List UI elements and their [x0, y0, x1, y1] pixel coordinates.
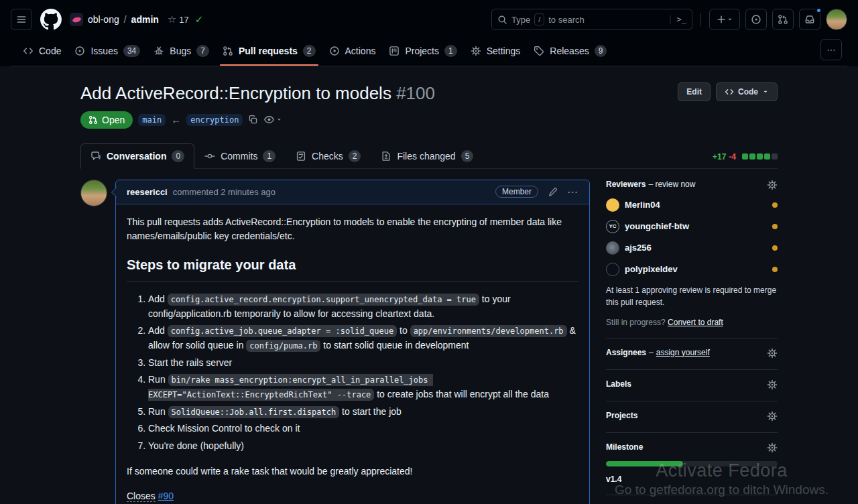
- global-search-input[interactable]: Type / to search | >_: [491, 9, 692, 30]
- caret-down-icon: [762, 88, 769, 95]
- tab-conversation[interactable]: Conversation 0: [80, 143, 194, 169]
- milestone-section: Milestone v1.4: [606, 433, 778, 495]
- tab-checks[interactable]: Checks 2: [286, 143, 371, 169]
- nav-tab-bugs[interactable]: Bugs 7: [147, 40, 216, 65]
- diff-block-neutral: [772, 153, 778, 160]
- command-palette-icon[interactable]: >_: [677, 15, 686, 24]
- review-now-link[interactable]: – review now: [648, 180, 695, 189]
- reviewers-section: Reviewers – review now Merlin04 YC young…: [606, 180, 778, 338]
- reviewer-name[interactable]: youngchief-btw: [625, 221, 689, 231]
- watch-dropdown-button[interactable]: [263, 114, 282, 125]
- reviewer-name[interactable]: polypixeldev: [625, 264, 678, 274]
- pr-title-text: Add ActiveRecord::Encryption to models: [80, 83, 391, 103]
- comment-body: This pull requests adds ActiveRecord::En…: [116, 204, 589, 504]
- github-logo-icon[interactable]: [40, 9, 62, 30]
- pull-requests-dashboard-button[interactable]: [772, 9, 794, 30]
- user-avatar[interactable]: [826, 9, 847, 30]
- gear-icon[interactable]: [767, 379, 778, 390]
- gear-icon[interactable]: [767, 442, 778, 453]
- issue-opened-icon: [751, 14, 761, 25]
- nav-tab-pull-requests[interactable]: Pull requests 2: [216, 40, 322, 65]
- caret-down-icon: [727, 16, 733, 23]
- head-branch-label[interactable]: encryption: [186, 114, 243, 126]
- nav-tab-label: Code: [39, 46, 61, 56]
- diffstat[interactable]: +17 -4: [713, 152, 778, 168]
- reviewer-avatar[interactable]: [606, 241, 619, 255]
- hamburger-menu-button[interactable]: [11, 9, 32, 30]
- sidebar: Reviewers – review now Merlin04 YC young…: [606, 180, 778, 504]
- pending-review-dot: [772, 267, 778, 272]
- reviewer-name[interactable]: Merlin04: [625, 200, 660, 210]
- pr-state-label: Open: [102, 115, 125, 125]
- play-icon: [329, 46, 340, 56]
- development-section: Development Encryption of member data: [606, 495, 778, 504]
- inline-code: config.active_job.queue_adapter = :solid…: [168, 325, 397, 337]
- base-branch-label[interactable]: main: [138, 114, 166, 126]
- reviewer-name[interactable]: ajs256: [625, 243, 652, 253]
- reviewer-avatar[interactable]: [606, 263, 619, 276]
- notification-dot: [816, 7, 822, 13]
- draft-line: Still in progress? Convert to draft: [606, 318, 778, 327]
- reviewer-row: Merlin04: [606, 198, 778, 212]
- assignees-title: Assignees: [606, 348, 646, 357]
- tab-commits[interactable]: Commits 1: [194, 143, 286, 169]
- step-text: You're done (hopefully): [148, 440, 244, 451]
- header-divider: [700, 13, 701, 26]
- nav-tab-actions[interactable]: Actions: [322, 40, 383, 64]
- inbox-icon: [804, 14, 815, 25]
- copy-branch-button[interactable]: [248, 115, 258, 125]
- step-text: Run: [148, 374, 168, 385]
- reviewer-avatar[interactable]: [606, 198, 619, 212]
- comment-author-avatar[interactable]: [80, 180, 107, 206]
- nav-tab-releases[interactable]: Releases 9: [527, 40, 613, 65]
- step-item: You're done (hopefully): [148, 439, 578, 454]
- tab-count: 1: [263, 150, 275, 162]
- pr-number: #100: [396, 83, 435, 103]
- gear-icon[interactable]: [767, 180, 778, 190]
- nav-tab-issues[interactable]: Issues 34: [68, 40, 147, 65]
- nav-tab-projects[interactable]: Projects 1: [382, 40, 463, 65]
- milestone-name-link[interactable]: v1.4: [606, 475, 778, 484]
- comment-author-link[interactable]: reesericci: [127, 187, 168, 197]
- projects-section: Projects: [606, 401, 778, 433]
- diff-additions: +17: [713, 152, 726, 162]
- comment-kebab-button[interactable]: ⋯: [567, 186, 578, 198]
- edit-button[interactable]: Edit: [678, 82, 711, 101]
- git-pull-request-icon: [223, 46, 233, 56]
- assignees-dash: –: [649, 348, 654, 357]
- diff-blocks: [741, 153, 778, 160]
- pending-review-dot: [772, 245, 778, 251]
- issues-dashboard-button[interactable]: [745, 9, 767, 30]
- ci-status-check-icon[interactable]: ✓: [195, 13, 204, 25]
- arrow-left-icon: ←: [171, 114, 181, 125]
- nav-tab-code[interactable]: Code: [16, 40, 68, 64]
- tab-count: 0: [172, 150, 184, 162]
- step-item: Add config.active_job.queue_adapter = :s…: [148, 324, 578, 353]
- nav-tab-label: Pull requests: [239, 46, 298, 56]
- closes-issue-link[interactable]: #90: [158, 491, 174, 501]
- nav-tab-count: 34: [123, 45, 140, 57]
- nav-tab-settings[interactable]: Settings: [464, 40, 528, 64]
- tab-files-changed[interactable]: Files changed 5: [371, 143, 483, 169]
- breadcrumb-org-link[interactable]: obl-ong: [88, 14, 119, 25]
- inbox-button[interactable]: [799, 9, 820, 30]
- pencil-icon[interactable]: [548, 187, 558, 197]
- reviewer-avatar[interactable]: YC: [606, 220, 619, 233]
- gear-icon[interactable]: [767, 411, 778, 422]
- milestone-title: Milestone: [606, 442, 643, 452]
- breadcrumb: obl-ong / admin ☆ 17 ✓: [70, 13, 203, 26]
- create-new-button[interactable]: [709, 9, 740, 30]
- breadcrumb-repo-link[interactable]: admin: [131, 14, 159, 25]
- star-count: 17: [179, 15, 188, 25]
- tab-label: Checks: [312, 151, 343, 162]
- org-avatar[interactable]: [70, 13, 83, 26]
- code-dropdown-button[interactable]: Code: [716, 82, 778, 101]
- convert-to-draft-link[interactable]: Convert to draft: [668, 318, 723, 327]
- labels-title: Labels: [606, 379, 631, 389]
- code-icon: [23, 46, 34, 56]
- gear-icon[interactable]: [767, 348, 778, 359]
- step-text: Add: [148, 325, 168, 336]
- assign-yourself-link[interactable]: assign yourself: [656, 348, 710, 357]
- nav-overflow-button[interactable]: ⋯: [820, 39, 842, 60]
- nav-tab-label: Releases: [550, 46, 589, 56]
